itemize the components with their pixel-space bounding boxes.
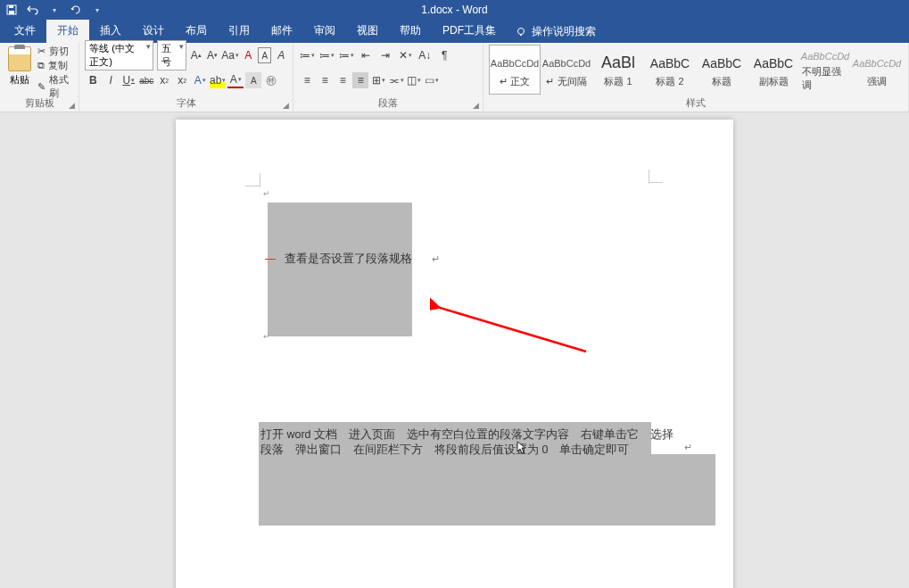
clipboard-launcher-icon[interactable]: ◢ — [69, 101, 75, 110]
style-item-0[interactable]: AaBbCcDd↵ 正文 — [489, 45, 541, 95]
group-styles: AaBbCcDd↵ 正文AaBbCcDd↵ 无间隔AaBl标题 1AaBbC标题… — [483, 43, 909, 112]
align-center-button[interactable]: ≡ — [317, 72, 333, 88]
cut-label: 剪切 — [49, 45, 69, 58]
tab-file[interactable]: 文件 — [4, 20, 46, 43]
enclose-char-button[interactable]: ㊕ — [263, 72, 279, 88]
annotation-arrow-icon — [430, 298, 591, 360]
char-shading-button[interactable]: A — [245, 72, 261, 88]
align-left-button[interactable]: ≡ — [299, 72, 315, 88]
tab-pdf-tools[interactable]: PDF工具集 — [432, 20, 507, 43]
numbering-button[interactable]: ≔ — [318, 47, 335, 63]
document-area[interactable]: ↵ 查看是否设置了段落规格 ↵ ↵ 打开 word 文档 进入页面 选中有空白位… — [0, 112, 909, 588]
grow-font-button[interactable]: A▴ — [190, 47, 202, 63]
crop-mark — [649, 182, 663, 183]
distribute-button[interactable]: ⊞ — [370, 72, 386, 88]
line-spacing-button[interactable]: ⫘ — [388, 72, 404, 88]
multilevel-list-button[interactable]: ≔ — [338, 47, 354, 63]
crop-mark — [649, 170, 649, 184]
paragraph-launcher-icon[interactable]: ◢ — [473, 101, 479, 110]
align-right-button[interactable]: ≡ — [335, 72, 351, 88]
style-item-2[interactable]: AaBl标题 1 — [592, 45, 644, 95]
style-item-1[interactable]: AaBbCcDd↵ 无间隔 — [541, 45, 592, 95]
tab-help[interactable]: 帮助 — [389, 20, 432, 43]
font-group-label: 字体 ◢ — [85, 95, 287, 112]
copy-label: 复制 — [48, 59, 68, 72]
tab-references[interactable]: 引用 — [218, 20, 260, 43]
phonetic-guide-button[interactable]: A — [242, 47, 254, 63]
tab-home[interactable]: 开始 — [46, 20, 89, 43]
tab-view[interactable]: 视图 — [346, 20, 389, 43]
font-size-combo[interactable]: 五号 — [157, 40, 186, 70]
subscript-button[interactable]: x2 — [156, 72, 172, 88]
style-name: ↵ 无间隔 — [546, 75, 586, 88]
title-sep: - — [456, 4, 462, 16]
document-text-line[interactable]: 查看是否设置了段落规格 ↵ — [265, 252, 440, 267]
underline-button[interactable]: U — [120, 72, 136, 88]
paste-label: 粘贴 — [10, 73, 29, 87]
tell-me-label: 操作说明搜索 — [532, 24, 596, 39]
undo-icon[interactable] — [27, 4, 39, 16]
shading-button[interactable]: ◫ — [406, 72, 422, 88]
style-item-4[interactable]: AaBbC标题 — [696, 45, 748, 95]
bold-button[interactable]: B — [85, 72, 101, 88]
document-text-block[interactable]: 打开 word 文档 进入页面 选中有空白位置的段落文字内容 右键单击它 选择段… — [260, 427, 680, 458]
undo-dropdown-icon[interactable]: ▾ — [48, 4, 61, 16]
change-case-button[interactable]: Aa — [222, 47, 238, 63]
clipboard-group-label: 剪贴板 ◢ — [5, 95, 73, 112]
bullets-button[interactable]: ≔ — [299, 47, 315, 63]
font-launcher-icon[interactable]: ◢ — [283, 101, 289, 110]
show-marks-button[interactable]: ¶ — [436, 47, 452, 63]
decrease-indent-button[interactable]: ⇤ — [358, 47, 374, 63]
increase-indent-button[interactable]: ⇥ — [377, 47, 393, 63]
font-color-button[interactable]: A — [227, 72, 244, 88]
tab-review[interactable]: 审阅 — [303, 20, 346, 43]
style-preview: AaBbCcDd — [801, 47, 849, 65]
paste-button[interactable]: 粘贴 — [5, 45, 34, 95]
doc-title-text: 1.docx — [421, 4, 452, 16]
group-paragraph: ≔ ≔ ≔ ⇤ ⇥ ✕ A↓ ¶ ≡ ≡ ≡ ≡ ⊞ ⫘ ◫ ▭ 段落 ◢ — [293, 43, 483, 112]
style-preview: AaBbCcDd — [853, 52, 901, 75]
group-font: 等线 (中文正文) 五号 A▴ A▾ Aa A A A B I U abc x2… — [79, 43, 293, 112]
paragraph-group-label: 段落 ◢ — [299, 95, 477, 112]
asian-layout-button[interactable]: ✕ — [397, 47, 413, 63]
copy-icon: ⧉ — [37, 60, 45, 71]
style-preview: AaBbC — [650, 52, 690, 75]
styles-group-label: 样式 — [489, 95, 903, 112]
save-icon[interactable] — [5, 4, 18, 16]
strikethrough-button[interactable]: abc — [138, 72, 154, 88]
doc-line1-text: 查看是否设置了段落规格 — [285, 252, 412, 267]
tell-me-search[interactable]: 操作说明搜索 — [507, 21, 605, 43]
qat-customize-icon[interactable]: ▾ — [91, 4, 103, 16]
sort-button[interactable]: A↓ — [417, 47, 433, 63]
svg-line-5 — [437, 307, 586, 352]
window-title: 1.docx - Word — [421, 4, 488, 16]
style-name: 标题 2 — [656, 75, 683, 88]
scissors-icon: ✂ — [37, 46, 45, 57]
style-name: 强调 — [867, 75, 887, 88]
spelling-underline-icon — [265, 259, 276, 260]
style-item-3[interactable]: AaBbC标题 2 — [644, 45, 696, 95]
italic-button[interactable]: I — [103, 72, 119, 88]
justify-button[interactable]: ≡ — [352, 72, 368, 88]
style-item-5[interactable]: AaBbC副标题 — [748, 45, 799, 95]
page[interactable]: ↵ 查看是否设置了段落规格 ↵ ↵ 打开 word 文档 进入页面 选中有空白位… — [176, 120, 733, 588]
para-mark-icon: ↵ — [684, 442, 692, 453]
font-name-combo[interactable]: 等线 (中文正文) — [85, 40, 153, 70]
cut-button[interactable]: ✂ 剪切 — [37, 45, 74, 58]
highlight-button[interactable]: ab — [210, 72, 226, 88]
redo-icon[interactable] — [70, 4, 82, 16]
clear-formatting-button[interactable]: A — [275, 47, 287, 63]
shrink-font-button[interactable]: A▾ — [206, 47, 219, 63]
borders-button[interactable]: ▭ — [424, 72, 440, 88]
style-item-7[interactable]: AaBbCcDd强调 — [851, 45, 903, 95]
copy-button[interactable]: ⧉ 复制 — [37, 59, 74, 72]
style-name: 不明显强调 — [802, 65, 848, 92]
style-item-6[interactable]: AaBbCcDd不明显强调 — [799, 45, 851, 95]
superscript-button[interactable]: x2 — [174, 72, 190, 88]
tab-mailings[interactable]: 邮件 — [260, 20, 303, 43]
quick-access-toolbar: ▾ ▾ — [5, 4, 103, 16]
para-mark-icon: ↵ — [263, 332, 270, 341]
text-effects-button[interactable]: A — [192, 72, 208, 88]
char-border-button[interactable]: A — [258, 47, 271, 63]
svg-rect-4 — [520, 34, 522, 36]
